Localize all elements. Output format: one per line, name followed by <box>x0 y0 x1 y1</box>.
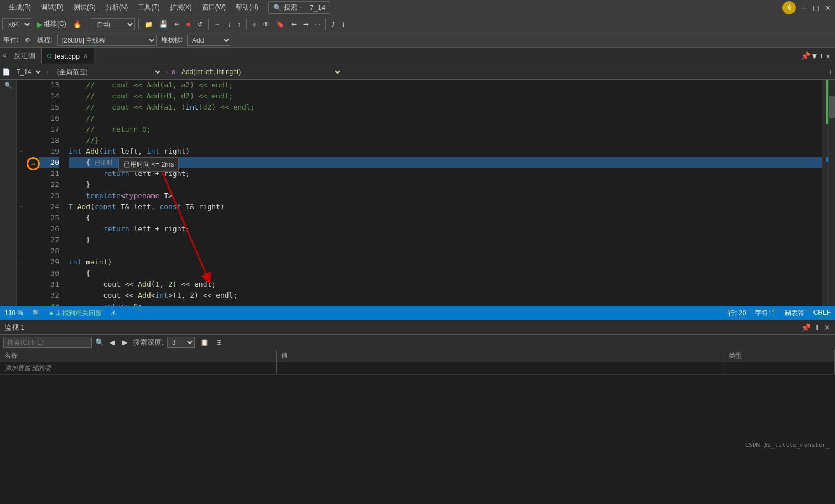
watch-table: 名称 值 类型 添加要监视的项 <box>0 350 835 423</box>
watch-search-input[interactable] <box>3 337 92 348</box>
toolbar: x64 ▶ 继续(C) 🔥 自动 📁 💾 ↩ ■ ↺ → ↓ ↑ ⟐ 👁 🔖 ⬅… <box>0 15 835 33</box>
code-line-26: return left + right; <box>69 224 822 235</box>
events-btn[interactable]: ⚙ <box>23 35 33 45</box>
tab-close-all-btn[interactable]: ✕ <box>0 52 8 59</box>
code-line-27: } <box>69 235 822 246</box>
grid-watch-btn[interactable]: ⊞ <box>214 337 224 347</box>
nav-expand-btn[interactable]: + <box>828 67 833 76</box>
function-select[interactable]: Add(int left, int right) <box>177 66 343 78</box>
warning-icon[interactable]: ⚠ <box>111 309 117 317</box>
expand-btn[interactable]: ⤵ <box>339 19 347 29</box>
code-content[interactable]: // cout << Add(a1, a2) << endl; // cout … <box>64 80 822 306</box>
watch-panel: 监视 1 📌 ⬆ ✕ 🔍 ◀ ▶ 搜索深度: 3 📋 ⊞ 名称 值 类型 添加要… <box>0 320 835 423</box>
tab-disassembly-label: 反汇编 <box>14 51 35 61</box>
menu-item-build[interactable]: 生成(B) <box>4 1 35 14</box>
line-info: 行: 20 <box>728 309 746 318</box>
step-out-btn[interactable]: ↑ <box>235 19 243 29</box>
separator-3 <box>208 19 209 30</box>
fold-24[interactable]: − <box>17 201 25 212</box>
undo-btn[interactable]: ↩ <box>172 19 182 29</box>
arch-select[interactable]: x64 <box>2 18 32 30</box>
search-depth-select[interactable]: 3 <box>167 337 195 348</box>
close-btn[interactable]: ✕ <box>825 2 831 13</box>
continue-label: 继续(C) <box>44 19 66 29</box>
add-watch-label[interactable]: 添加要监视的项 <box>0 362 277 374</box>
minimize-btn[interactable]: — <box>801 2 807 13</box>
search-shortcut: · <box>299 4 303 11</box>
search-watch-icon[interactable]: 🔍 <box>95 338 104 346</box>
copy-watch-btn[interactable]: 📋 <box>198 337 211 347</box>
restart-btn[interactable]: ↺ <box>195 19 205 29</box>
search-prev-btn[interactable]: ◀ <box>107 337 117 347</box>
expand-panel-icon[interactable]: ⬆ <box>819 51 823 60</box>
line-num-16: 16 <box>39 113 59 124</box>
stop-btn[interactable]: ■ <box>184 19 193 29</box>
status-bar: 110 % 🔍 ● 未找到相关问题 ⚠ 行: 20 字符: 1 制表符 CRLF <box>0 306 835 320</box>
tab-testcpp-close[interactable]: ✕ <box>83 53 88 60</box>
line-num-14: 14 <box>39 91 59 102</box>
expand-watch-icon[interactable]: ⬆ <box>814 323 821 332</box>
tab-disassembly[interactable]: 反汇编 <box>8 48 42 64</box>
line-num-21: 21 <box>39 168 59 179</box>
bookmark-btn[interactable]: 🔖 <box>274 19 287 29</box>
version-label: 7_14 <box>309 4 325 12</box>
menu-item-analyze[interactable]: 分析(N) <box>101 1 133 14</box>
folder-btn[interactable]: 📁 <box>142 19 155 29</box>
separator-4 <box>246 19 247 30</box>
vertical-scrollbar[interactable] <box>828 80 835 306</box>
fold-17 <box>17 124 25 135</box>
redo-btn[interactable]: ⤴ <box>329 19 337 29</box>
watch-title: 监视 1 <box>4 323 25 332</box>
nav-forward-btn[interactable]: ➡ <box>301 19 311 29</box>
tab-menu-icon[interactable]: ▼ <box>812 51 817 60</box>
tab-testcpp[interactable]: C test.cpp ✕ <box>42 48 94 64</box>
fold-20 <box>17 157 25 168</box>
thread-select[interactable]: [26808] 主线程 <box>57 35 157 46</box>
search-next-btn[interactable]: ▶ <box>120 337 129 347</box>
watch-btn[interactable]: 👁 <box>261 19 272 29</box>
maximize-btn[interactable]: □ <box>813 2 819 13</box>
col-header-val: 值 <box>277 350 724 362</box>
window-controls: — □ ✕ <box>801 2 831 13</box>
add-watch-val <box>277 362 724 374</box>
mode-select[interactable]: 自动 <box>91 18 135 30</box>
menu-item-window[interactable]: 窗口(W) <box>198 1 230 14</box>
code-line-31: cout << Add ( 1 , 2 ) << endl; <box>69 279 822 290</box>
pin-watch-icon[interactable]: 📌 <box>801 323 811 332</box>
menu-item-tools[interactable]: 工具(T) <box>133 1 164 14</box>
fold-19[interactable]: − <box>17 146 25 157</box>
search-box[interactable]: 🔍 搜索 · 7_14 <box>268 1 331 14</box>
scrollbar-thumb[interactable] <box>829 96 835 118</box>
right-indicator[interactable] <box>822 80 828 306</box>
menu-item-test[interactable]: 测试(S) <box>69 1 100 14</box>
step-over-btn[interactable]: → <box>212 19 223 29</box>
line-num-18: 18 <box>39 135 59 146</box>
line-num-25: 25 <box>39 212 59 224</box>
stack-label: 堆栈帧: <box>161 35 183 45</box>
zoom-level[interactable]: 110 % <box>4 309 23 317</box>
code-kw-int-19: int <box>69 146 81 157</box>
fire-button[interactable]: 🔥 <box>71 19 84 29</box>
save-btn[interactable]: 💾 <box>157 19 170 29</box>
breakpoint-btn[interactable]: ⟐ <box>250 19 258 29</box>
code-line-20: { 已用时 已用时间 <= 2ms <box>69 157 822 168</box>
project-select[interactable]: 7_14 <box>12 66 43 78</box>
close-panel-icon[interactable]: ✕ <box>826 51 831 60</box>
line-num-30: 30 <box>39 268 59 279</box>
menu-item-extensions[interactable]: 扩展(X) <box>165 1 196 14</box>
fold-32 <box>17 290 25 301</box>
menu-item-debug[interactable]: 调试(D) <box>37 1 68 14</box>
watch-add-row[interactable]: 添加要监视的项 <box>0 362 835 375</box>
stack-select[interactable]: Add <box>187 35 231 46</box>
pin-icon[interactable]: 📌 <box>801 51 810 60</box>
step-into-btn[interactable]: ↓ <box>225 19 233 29</box>
fold-18 <box>17 135 25 146</box>
nav-back-btn[interactable]: ⬅ <box>289 19 299 29</box>
search-label: 搜索 <box>284 3 297 12</box>
pin-panel-icon[interactable]: 🔍 <box>4 82 12 89</box>
continue-button[interactable]: ▶ 继续(C) <box>34 18 69 30</box>
close-watch-icon[interactable]: ✕ <box>824 323 831 332</box>
fold-29[interactable]: − <box>17 257 25 268</box>
scope-select[interactable]: (全局范围) <box>52 66 163 78</box>
menu-item-help[interactable]: 帮助(H) <box>231 1 263 14</box>
